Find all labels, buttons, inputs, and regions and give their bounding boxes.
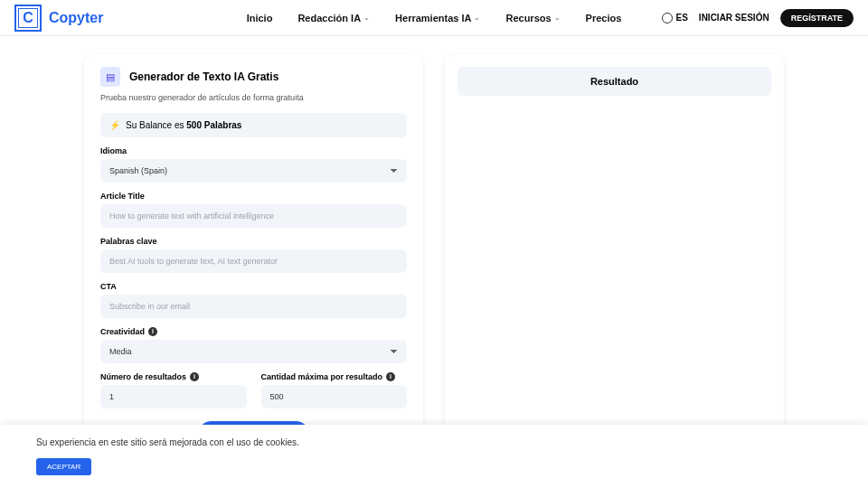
chevron-down-icon: ⌄	[554, 14, 561, 22]
card-subtitle: Prueba nuestro generador de artículos de…	[100, 92, 407, 104]
header: C Copyter Inicio Redacción IA⌄ Herramien…	[0, 0, 868, 36]
globe-icon	[662, 13, 673, 23]
language-select[interactable]: Spanish (Spain)	[100, 159, 407, 183]
brand-name: Copyter	[49, 10, 103, 26]
label-results: Número de resultadosi	[100, 372, 247, 381]
label-max: Cantidad máxima por resultadoi	[261, 372, 408, 381]
info-icon[interactable]: i	[386, 372, 395, 381]
nav-home[interactable]: Inicio	[247, 13, 273, 23]
cookie-accept-button[interactable]: ACEPTAR	[36, 458, 91, 475]
main-content: ▤ Generador de Texto IA Gratis Prueba nu…	[0, 36, 868, 483]
generator-card: ▤ Generador de Texto IA Gratis Prueba nu…	[84, 54, 423, 465]
balance-badge: ⚡ Su Balance es 500 Palabras	[100, 113, 407, 137]
main-nav: Inicio Redacción IA⌄ Herramientas IA⌄ Re…	[247, 13, 622, 23]
label-cta: CTA	[100, 282, 407, 291]
results-input[interactable]	[100, 385, 247, 408]
result-title: Resultado	[458, 67, 771, 96]
chevron-down-icon: ⌄	[474, 14, 480, 22]
cta-input[interactable]	[100, 295, 407, 318]
label-keywords: Palabras clave	[100, 237, 407, 246]
language-selector[interactable]: ES	[662, 13, 688, 23]
creativity-select[interactable]: Media	[100, 340, 407, 363]
label-creativity: Creatividadi	[100, 327, 407, 336]
signup-button[interactable]: REGÍSTRATE	[780, 9, 854, 27]
result-card: Resultado	[445, 54, 784, 465]
bolt-icon: ⚡	[109, 120, 120, 130]
cookie-text: Su experiencia en este sitio será mejora…	[36, 437, 832, 447]
nav-tools[interactable]: Herramientas IA⌄	[395, 13, 480, 23]
nav-resources[interactable]: Recursos⌄	[505, 13, 560, 23]
keywords-input[interactable]	[100, 249, 407, 273]
max-input[interactable]	[261, 385, 408, 408]
info-icon[interactable]: i	[148, 327, 157, 336]
login-link[interactable]: INICIAR SESIÓN	[699, 13, 769, 23]
card-title: Generador de Texto IA Gratis	[129, 70, 278, 83]
label-article-title: Article Title	[100, 192, 407, 201]
chevron-down-icon: ⌄	[363, 14, 370, 22]
logo-icon: C	[14, 5, 42, 32]
nav-writing[interactable]: Redacción IA⌄	[297, 13, 370, 23]
info-icon[interactable]: i	[190, 372, 199, 381]
label-language: Idioma	[100, 146, 407, 155]
cookie-banner: Su experiencia en este sitio será mejora…	[0, 425, 868, 488]
article-title-input[interactable]	[100, 204, 407, 228]
nav-pricing[interactable]: Precios	[586, 13, 622, 23]
card-icon: ▤	[100, 67, 120, 87]
logo[interactable]: C Copyter	[14, 5, 103, 32]
header-right: ES INICIAR SESIÓN REGÍSTRATE	[662, 9, 854, 27]
